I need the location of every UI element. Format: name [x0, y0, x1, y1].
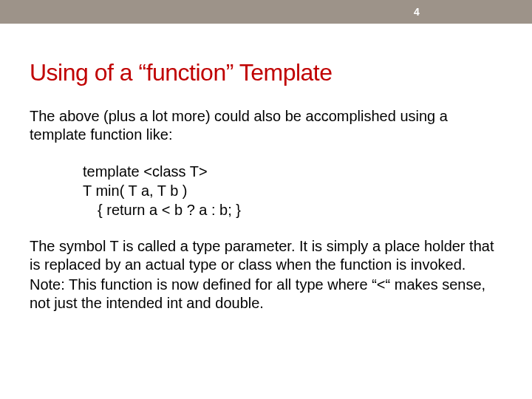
code-line-3: { return a < b ? a : b; }: [83, 200, 502, 219]
code-line-2: T min( T a, T b ): [83, 181, 502, 200]
intro-paragraph: The above (plus a lot more) could also b…: [30, 107, 502, 144]
note-paragraph: Note: This function is now defined for a…: [30, 276, 502, 313]
code-block: template <class T> T min( T a, T b ) { r…: [83, 162, 502, 219]
code-line-1: template <class T>: [83, 162, 502, 181]
slide-title: Using of a “function” Template: [30, 59, 502, 86]
slide-content: Using of a “function” Template The above…: [0, 24, 532, 313]
explanation-paragraph: The symbol T is called a type parameter.…: [30, 237, 502, 274]
slide-number: 4: [414, 6, 420, 18]
header-bar: 4: [0, 0, 532, 24]
